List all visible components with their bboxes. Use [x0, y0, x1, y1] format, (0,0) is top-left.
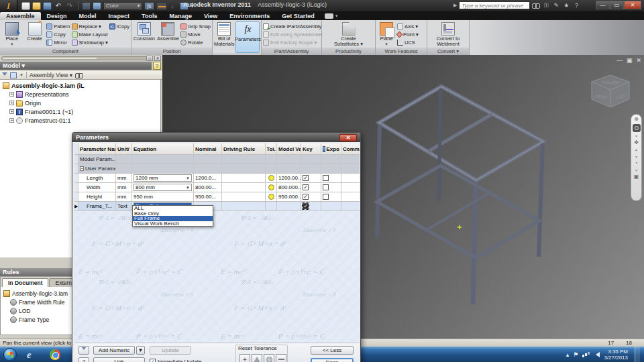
key-checkbox-checked[interactable]: ✓ — [303, 194, 309, 200]
zoom-dropdown-icon[interactable]: ▼ — [635, 155, 638, 159]
row-height[interactable]: Height mm 950 mm 950.00... 950.000... ✓ — [74, 192, 360, 202]
row-width[interactable]: Width mm 800 mm▼ 800.00... 800.000... ✓ — [74, 183, 360, 192]
restore-button[interactable]: ▭ — [610, 1, 624, 9]
tab-manage[interactable]: Manage — [163, 12, 198, 20]
find-icon[interactable] — [75, 71, 83, 79]
tab-in-document[interactable]: In Document — [2, 278, 48, 287]
collapse-icon[interactable]: − — [80, 166, 84, 171]
ribbon-display-toggle[interactable]: ▼ — [325, 13, 339, 20]
dialog-close-button[interactable]: ✕ — [339, 134, 357, 141]
length-equation-combo[interactable]: 1200 mm▼ — [133, 174, 192, 182]
doc-restore-button[interactable]: ▣ — [627, 57, 633, 64]
tree-item-framestruct[interactable]: + Framestruct-01:1 — [9, 116, 160, 125]
create-button[interactable]: Create — [24, 21, 46, 42]
panel-scrollbar[interactable] — [1, 56, 150, 60]
expand-icon[interactable]: + — [9, 101, 14, 105]
tree-options-icon[interactable] — [10, 72, 17, 78]
place-button[interactable]: Place▼ — [1, 21, 23, 47]
key-checkbox-focused[interactable]: ✓ — [303, 203, 309, 209]
zoom-icon[interactable]: ⌕ — [635, 147, 637, 153]
assembly-view-dropdown[interactable]: Assembly View ▾ — [30, 72, 72, 78]
search-expand-icon[interactable]: ▶ — [453, 3, 457, 8]
parameters-button[interactable]: fxParameters — [235, 21, 260, 53]
plane-button[interactable]: Plane▼ — [377, 21, 396, 47]
doc-close-button[interactable]: ✕ — [636, 57, 641, 64]
filter-icon[interactable] — [2, 72, 7, 78]
tolerance-indicator[interactable] — [268, 194, 274, 200]
tab-get-started[interactable]: Get Started — [276, 12, 321, 20]
row-length[interactable]: Length mm 1200 mm▼ 1200.0... 1200.00... … — [74, 174, 360, 183]
dialog-help-button[interactable]: ? — [78, 357, 89, 362]
panel-label-ipart[interactable]: iPart/iAssembly — [262, 48, 321, 55]
tolerance-nominal-button[interactable] — [252, 354, 262, 362]
expand-icon[interactable]: + — [9, 109, 14, 114]
close-button[interactable]: ✕ — [624, 1, 641, 9]
mirror-button[interactable]: Mirror — [46, 39, 70, 46]
make-layout-button[interactable]: Make Layout — [72, 31, 108, 38]
show-desktop-button[interactable] — [635, 347, 640, 362]
tree-item-representations[interactable]: + Representations — [9, 90, 160, 99]
bill-of-materials-button[interactable]: Bill ofMaterials — [214, 21, 234, 47]
constrain-button[interactable]: Constrain — [133, 21, 156, 42]
move-button[interactable]: Move — [180, 31, 211, 38]
taskbar-internet-explorer[interactable]: e — [24, 348, 40, 361]
tolerance-indicator[interactable] — [268, 175, 274, 181]
tolerance-plus-button[interactable]: + — [239, 354, 250, 362]
filter-parameters-button[interactable] — [78, 346, 89, 355]
edit-spreadsheet-button[interactable]: Edit using Spreadsheet — [263, 31, 323, 38]
option-visual-work-bench[interactable]: Visual Work Bench — [133, 221, 213, 227]
create-substitutes-button[interactable]: CreateSubstitutes ▾ — [334, 21, 364, 47]
shrinkwrap-button[interactable]: Shrinkwrap ▾ — [72, 39, 108, 46]
icopy-button[interactable]: iCiCopy — [109, 23, 129, 30]
grip-snap-button[interactable]: Grip Snap — [180, 23, 211, 30]
width-equation-combo[interactable]: 800 mm▼ — [133, 184, 192, 191]
action-center-flag-icon[interactable]: ⚑ — [573, 351, 578, 358]
tree-options-dropdown-icon[interactable]: ▼ — [19, 73, 23, 77]
row-model-parameters[interactable]: Model Param... — [74, 155, 360, 164]
orbit-dropdown-icon[interactable]: ▼ — [635, 168, 638, 172]
expand-icon[interactable]: + — [9, 118, 14, 123]
pattern-button[interactable]: Pattern — [46, 23, 70, 30]
minimize-button[interactable]: — — [596, 1, 610, 9]
network-icon[interactable] — [582, 351, 589, 357]
expand-icon[interactable]: + — [9, 92, 14, 97]
model-panel-header[interactable]: Model ▾ — [0, 62, 152, 70]
pan-icon[interactable]: ✥ — [634, 140, 639, 145]
copy-button[interactable]: Copy — [46, 31, 70, 38]
start-button[interactable] — [3, 348, 17, 361]
done-button[interactable]: Done — [311, 358, 354, 362]
tab-inspect[interactable]: Inspect — [103, 12, 136, 20]
dialog-titlebar[interactable]: Parameters ✕ — [72, 133, 360, 142]
export-checkbox[interactable] — [323, 184, 329, 190]
key-checkbox-checked[interactable]: ✓ — [303, 184, 309, 190]
edit-factory-scope-button[interactable]: Edit Factory Scope ▾ — [263, 39, 323, 46]
tolerance-indicator[interactable] — [268, 184, 274, 190]
panel-label-productivity[interactable]: Productivity — [322, 48, 375, 55]
panel-float-button[interactable]: ▭ — [146, 56, 153, 61]
subscription-icon[interactable]: ⚿ — [542, 1, 550, 9]
link-button[interactable]: Link — [93, 357, 145, 362]
taskbar-chrome[interactable] — [47, 348, 63, 361]
export-checkbox[interactable] — [323, 194, 329, 200]
tab-environments[interactable]: Environments — [223, 12, 276, 20]
update-button[interactable]: Update — [150, 346, 191, 355]
communication-icon[interactable]: ✎ — [552, 1, 560, 9]
tree-item-assembly-root[interactable]: Assembly-Ilogic-3.iam (iL — [3, 81, 160, 90]
tree-item-frame0001[interactable]: + T Frame0001:1 (~1) — [9, 107, 160, 116]
steering-wheel-icon[interactable] — [633, 124, 641, 132]
add-numeric-button[interactable]: Add Numeric — [93, 346, 135, 355]
clock[interactable]: 3:35 PM 3/27/2013 — [604, 349, 631, 361]
tree-item-origin[interactable]: + Origin — [9, 99, 160, 107]
tab-view[interactable]: View — [198, 12, 223, 20]
tolerance-minus-button[interactable] — [276, 354, 286, 362]
assemble-button[interactable]: Assemble — [157, 21, 180, 42]
help-icon[interactable]: ? — [572, 1, 580, 9]
panel-help-icon[interactable]: ? — [153, 62, 161, 70]
tab-assemble[interactable]: Assemble — [0, 12, 41, 20]
tab-design[interactable]: Design — [41, 12, 73, 20]
key-checkbox-checked[interactable]: ✓ — [303, 175, 309, 181]
less-button[interactable]: << Less — [311, 346, 354, 355]
panel-label-work-features[interactable]: Work Features — [376, 48, 427, 55]
point-button[interactable]: Point ▾ — [397, 31, 419, 38]
export-checkbox[interactable] — [323, 175, 329, 181]
